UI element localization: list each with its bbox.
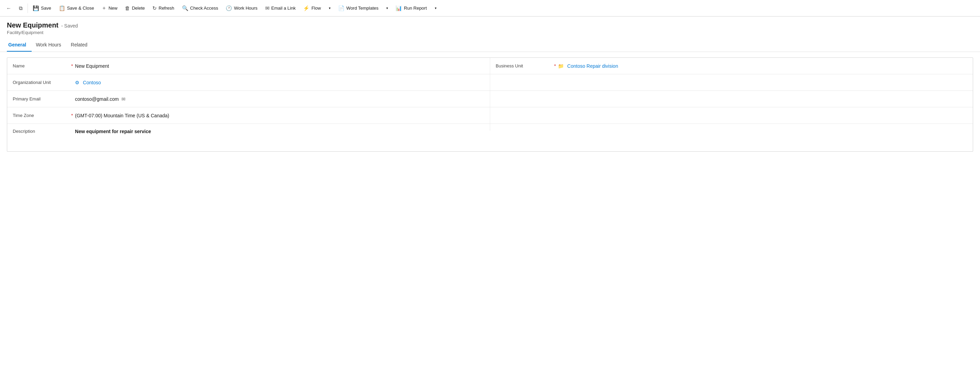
field-email-left: Primary Email * contoso@gmail.com ✉ (7, 91, 490, 107)
flow-icon: ⚡ (303, 5, 310, 11)
bu-required: * (554, 63, 556, 69)
flow-dropdown-button[interactable]: ▾ (325, 4, 334, 12)
window-icon: ⧉ (19, 5, 23, 11)
page-title: New Equipment (7, 21, 59, 29)
tabs-bar: General Work Hours Related (0, 39, 980, 52)
word-templates-icon: 📄 (338, 5, 345, 11)
word-templates-button-group: 📄 Word Templates ▾ (335, 3, 391, 13)
save-button[interactable]: 💾 Save (29, 3, 55, 13)
window-button[interactable]: ⧉ (16, 3, 26, 13)
new-button[interactable]: ＋ New (98, 3, 121, 13)
form-container: Name * New Equipment Business Unit * 📁 C… (7, 57, 973, 152)
bu-icon: 📁 (558, 63, 564, 69)
field-bu-right: Business Unit * 📁 Contoso Repair divisio… (490, 58, 973, 74)
email-link-label: Email a Link (271, 5, 296, 11)
field-tz-left: Time Zone * (GMT-07:00) Mountain Time (U… (7, 107, 490, 124)
form-row-name-bu: Name * New Equipment Business Unit * 📁 C… (7, 58, 973, 74)
tab-work-hours[interactable]: Work Hours (34, 39, 67, 52)
work-hours-icon: 🕐 (226, 5, 232, 11)
word-templates-dropdown-arrow-icon: ▾ (386, 6, 388, 10)
field-email-right-empty (490, 91, 973, 107)
field-org-left: Organizational Unit * ⚙ Contoso (7, 74, 490, 91)
run-report-button[interactable]: 📊 Run Report (392, 3, 430, 13)
flow-label: Flow (311, 5, 321, 11)
field-org-right-empty (490, 74, 973, 91)
new-label: New (108, 5, 117, 11)
word-templates-label: Word Templates (347, 5, 379, 11)
email-compose-icon[interactable]: ✉ (121, 96, 126, 102)
bu-value[interactable]: 📁 Contoso Repair division (558, 63, 967, 69)
work-hours-label: Work Hours (234, 5, 257, 11)
email-row: contoso@gmail.com ✉ (75, 96, 126, 102)
delete-icon: 🗑 (125, 5, 130, 11)
field-tz-right-empty (490, 107, 973, 124)
field-desc-left: Description * New equipment for repair s… (7, 124, 490, 138)
form-row-timezone: Time Zone * (GMT-07:00) Mountain Time (U… (7, 107, 973, 124)
back-icon: ← (6, 5, 11, 11)
tz-value[interactable]: (GMT-07:00) Mountain Time (US & Canada) (75, 113, 484, 118)
tab-related[interactable]: Related (70, 39, 93, 52)
email-value[interactable]: contoso@gmail.com (75, 96, 119, 102)
email-label: Primary Email (13, 96, 71, 102)
org-unit-label: Organizational Unit (13, 80, 71, 85)
save-close-button[interactable]: 📋 Save & Close (56, 3, 98, 13)
word-templates-dropdown-button[interactable]: ▾ (382, 4, 391, 12)
toolbar: ← ⧉ 💾 Save 📋 Save & Close ＋ New 🗑 Delete… (0, 0, 980, 16)
name-required: * (71, 63, 73, 69)
form-row-email: Primary Email * contoso@gmail.com ✉ (7, 91, 973, 107)
word-templates-button[interactable]: 📄 Word Templates (335, 3, 382, 13)
new-icon: ＋ (102, 5, 107, 11)
tz-required: * (71, 113, 73, 118)
page-saved-status: - Saved (61, 23, 78, 29)
org-unit-icon: ⚙ (75, 80, 80, 85)
flow-button[interactable]: ⚡ Flow (300, 3, 324, 13)
save-label: Save (41, 5, 51, 11)
desc-label: Description (13, 129, 71, 134)
email-link-button[interactable]: ✉ Email a Link (262, 3, 299, 13)
flow-dropdown-arrow-icon: ▾ (329, 6, 331, 10)
save-close-icon: 📋 (59, 5, 65, 11)
desc-value[interactable]: New equipment for repair service (75, 129, 484, 134)
page-subtitle: Facility/Equipment (7, 30, 973, 35)
flow-button-group: ⚡ Flow ▾ (300, 3, 334, 13)
tz-label: Time Zone (13, 113, 71, 118)
org-unit-value[interactable]: ⚙ Contoso (75, 80, 484, 85)
save-icon: 💾 (33, 5, 39, 11)
back-button[interactable]: ← (3, 3, 15, 13)
run-report-icon: 📊 (396, 5, 402, 11)
save-close-label: Save & Close (67, 5, 94, 11)
refresh-icon: ↻ (153, 5, 157, 11)
run-report-button-group: 📊 Run Report ▾ (392, 3, 440, 13)
name-value[interactable]: New Equipment (75, 63, 484, 69)
delete-button[interactable]: 🗑 Delete (121, 3, 148, 13)
form-row-org-unit: Organizational Unit * ⚙ Contoso (7, 74, 973, 91)
separator-1 (27, 3, 28, 13)
work-hours-button[interactable]: 🕐 Work Hours (222, 3, 261, 13)
form-row-description: Description * New equipment for repair s… (7, 124, 973, 151)
check-access-icon: 🔍 (182, 5, 188, 11)
name-label: Name (13, 63, 71, 69)
check-access-label: Check Access (190, 5, 218, 11)
page-header: New Equipment - Saved Facility/Equipment (0, 16, 980, 37)
field-name-left: Name * New Equipment (7, 58, 490, 74)
tab-general[interactable]: General (7, 39, 32, 52)
email-link-icon: ✉ (265, 5, 270, 11)
run-report-label: Run Report (404, 5, 426, 11)
run-report-dropdown-arrow-icon: ▾ (435, 6, 436, 10)
delete-label: Delete (132, 5, 145, 11)
bu-label: Business Unit (496, 63, 554, 69)
run-report-dropdown-button[interactable]: ▾ (430, 4, 440, 12)
refresh-button[interactable]: ↻ Refresh (149, 3, 178, 13)
field-desc-right-empty (490, 124, 973, 131)
check-access-button[interactable]: 🔍 Check Access (178, 3, 222, 13)
refresh-label: Refresh (159, 5, 174, 11)
